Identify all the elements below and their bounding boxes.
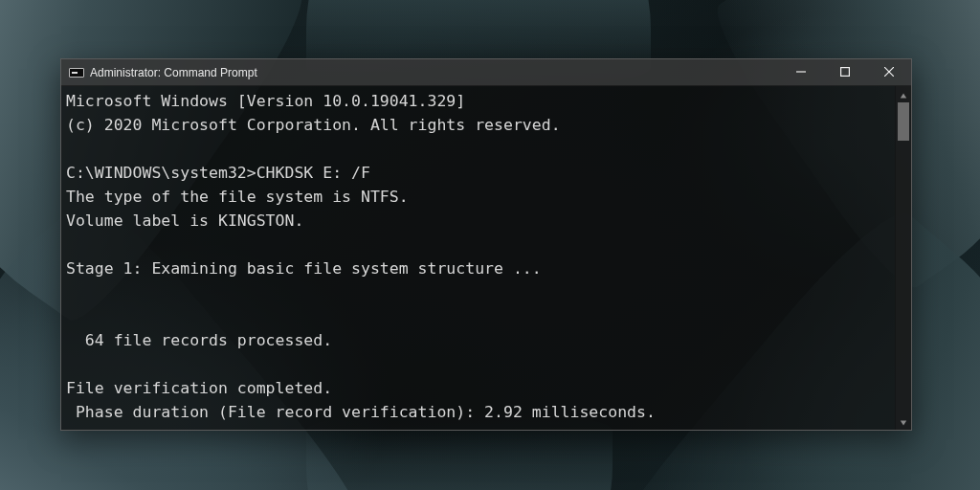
maximize-button[interactable] xyxy=(823,59,867,86)
svg-marker-5 xyxy=(901,420,906,425)
terminal-line: 64 file records processed. xyxy=(66,328,890,352)
terminal-line xyxy=(66,137,890,161)
chevron-down-icon xyxy=(900,413,907,431)
svg-rect-1 xyxy=(841,67,850,76)
terminal-line: (c) 2020 Microsoft Corporation. All righ… xyxy=(66,113,890,137)
titlebar[interactable]: Administrator: Command Prompt xyxy=(61,59,911,86)
terminal-line xyxy=(66,280,890,304)
terminal-line: C:\WINDOWS\system32>CHKDSK E: /F xyxy=(66,161,890,185)
minimize-button[interactable] xyxy=(779,59,823,86)
terminal-line xyxy=(66,304,890,328)
minimize-icon xyxy=(796,66,806,79)
close-icon xyxy=(884,66,894,79)
chevron-up-icon xyxy=(900,86,907,103)
scrollbar-track[interactable] xyxy=(896,102,911,413)
terminal-line: Stage 1: Examining basic file system str… xyxy=(66,256,890,280)
terminal-line: File verification completed. xyxy=(66,376,890,400)
scroll-up-button[interactable] xyxy=(896,86,911,102)
close-button[interactable] xyxy=(867,59,911,86)
terminal-line: Phase duration (File record verification… xyxy=(66,400,890,424)
terminal-line: Volume label is KINGSTON. xyxy=(66,209,890,233)
command-prompt-window: Administrator: Command Prompt Microsoft … xyxy=(61,59,911,430)
scroll-down-button[interactable] xyxy=(896,413,911,430)
client-area: Microsoft Windows [Version 10.0.19041.32… xyxy=(61,86,911,430)
window-title: Administrator: Command Prompt xyxy=(90,66,257,79)
scrollbar-thumb[interactable] xyxy=(898,102,909,141)
maximize-icon xyxy=(840,66,850,79)
scrollbar-vertical[interactable] xyxy=(895,86,911,430)
terminal-line xyxy=(66,233,890,256)
terminal-output[interactable]: Microsoft Windows [Version 10.0.19041.32… xyxy=(61,86,895,430)
terminal-line xyxy=(66,352,890,376)
terminal-line: Microsoft Windows [Version 10.0.19041.32… xyxy=(66,89,890,113)
cmd-icon xyxy=(69,68,84,78)
terminal-line: The type of the file system is NTFS. xyxy=(66,185,890,209)
svg-marker-4 xyxy=(901,93,906,98)
